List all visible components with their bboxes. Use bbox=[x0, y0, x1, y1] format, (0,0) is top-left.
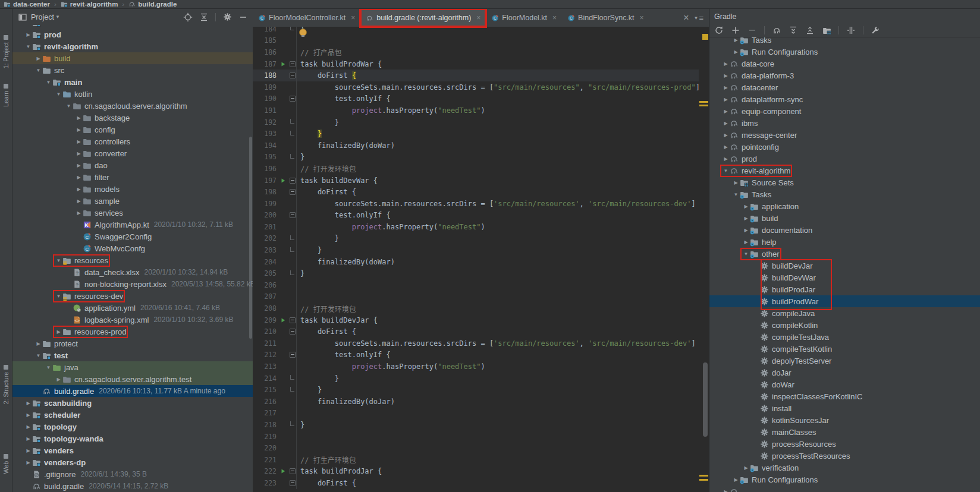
fold-marker[interactable] bbox=[290, 72, 296, 78]
tree-row[interactable]: ▶scheduler bbox=[12, 409, 253, 421]
fold-marker[interactable] bbox=[290, 329, 296, 335]
chevron-right-icon[interactable]: ▶ bbox=[55, 329, 62, 335]
code-line[interactable]: 193 } bbox=[253, 128, 699, 140]
wrench-icon[interactable] bbox=[871, 26, 880, 35]
tree-row[interactable]: buildDevJar bbox=[709, 260, 980, 272]
chevron-right-icon[interactable]: ▶ bbox=[732, 37, 740, 43]
close-icon[interactable]: × bbox=[683, 12, 689, 23]
tree-row[interactable]: ▶scanbuilding bbox=[12, 397, 253, 409]
tree-row[interactable]: ▶build bbox=[709, 212, 980, 224]
close-icon[interactable]: × bbox=[476, 14, 480, 22]
chevron-right-icon[interactable]: ▶ bbox=[75, 151, 83, 156]
tree-row[interactable]: ▼resources-dev bbox=[12, 290, 253, 302]
fold-marker[interactable] bbox=[290, 178, 296, 184]
tree-row[interactable]: build.gradle2020/5/14 14:15, 2.72 kB bbox=[12, 480, 253, 492]
chevron-right-icon[interactable]: ▶ bbox=[742, 216, 750, 221]
intention-bulb-icon[interactable] bbox=[299, 29, 307, 36]
stripe-warning-dash[interactable] bbox=[699, 475, 708, 477]
chevron-right-icon[interactable]: ▶ bbox=[24, 436, 32, 441]
editor-scrollbar-thumb[interactable] bbox=[703, 362, 708, 437]
tree-row[interactable]: install bbox=[709, 402, 980, 414]
tree-row[interactable]: ▶build bbox=[12, 52, 253, 64]
tree-row[interactable]: ▶data-core bbox=[709, 58, 980, 70]
chevron-right-icon[interactable]: ▶ bbox=[75, 175, 83, 180]
code-line[interactable]: 199 sourceSets.main.resources.srcDirs = … bbox=[253, 198, 699, 210]
code-line[interactable]: 197task buildDevWar { bbox=[253, 175, 699, 187]
tree-row[interactable]: processResources bbox=[709, 438, 980, 450]
code-line[interactable]: 214 } bbox=[253, 373, 699, 384]
run-task-icon[interactable] bbox=[280, 178, 286, 184]
fold-marker[interactable] bbox=[290, 61, 296, 67]
tree-row[interactable]: buildProdJar bbox=[709, 283, 980, 295]
chevron-right-icon[interactable]: ▶ bbox=[24, 460, 32, 465]
fold-marker[interactable] bbox=[290, 468, 296, 474]
chevron-right-icon[interactable]: ▶ bbox=[742, 239, 750, 245]
code-line[interactable]: 200 test.onlyIf { bbox=[253, 210, 699, 222]
tree-row[interactable]: ▶cn.sagacloud.server.algorithm.test bbox=[12, 373, 253, 385]
chevron-down-icon[interactable]: ▼ bbox=[722, 168, 730, 174]
tree-row[interactable]: ▶Run Configurations bbox=[709, 474, 980, 485]
code-line[interactable]: 190 test.onlyIf { bbox=[253, 93, 699, 105]
tree-row[interactable]: ▶topology-wanda bbox=[12, 433, 253, 444]
code-line[interactable]: 207 bbox=[253, 291, 699, 303]
code-line[interactable]: 188 doFirst { bbox=[253, 70, 699, 81]
chevron-right-icon[interactable]: ▶ bbox=[24, 412, 32, 418]
tree-row[interactable]: ▶Run Configurations bbox=[709, 46, 980, 58]
chevron-right-icon[interactable]: ▶ bbox=[75, 115, 83, 121]
tree-row[interactable]: ▶ibms bbox=[709, 117, 980, 129]
settings-icon[interactable] bbox=[222, 12, 232, 22]
tree-row[interactable]: compileKotlin bbox=[709, 319, 980, 331]
run-task-icon[interactable] bbox=[280, 61, 286, 67]
breadcrumb-item[interactable]: revit-algorithm bbox=[61, 1, 118, 8]
tree-row[interactable]: ▶application bbox=[709, 200, 980, 212]
chevron-right-icon[interactable]: ▶ bbox=[732, 49, 740, 55]
code-line[interactable]: 185 bbox=[253, 35, 699, 47]
tree-row[interactable]: ▶dataplatform-sync bbox=[709, 93, 980, 105]
tree-row[interactable]: ?non-blocking-report.xlsx2020/5/13 14:58… bbox=[12, 278, 253, 290]
code-line[interactable]: 218} bbox=[253, 419, 699, 431]
code-line[interactable]: 191 project.hasProperty("needTest") bbox=[253, 105, 699, 116]
fold-marker[interactable] bbox=[290, 96, 296, 102]
tree-row[interactable]: ▼resources bbox=[12, 254, 253, 266]
close-icon[interactable]: × bbox=[640, 14, 644, 22]
stripe-warning-dash[interactable] bbox=[699, 479, 708, 481]
fold-end-marker[interactable] bbox=[290, 235, 294, 240]
tree-row[interactable]: ?data_check.xlsx2020/1/10 10:32, 14.94 k… bbox=[12, 266, 253, 278]
tree-row[interactable]: ▶filter bbox=[12, 171, 253, 183]
chevron-down-icon[interactable]: ▼ bbox=[45, 80, 52, 85]
chevron-right-icon[interactable]: ▶ bbox=[24, 32, 32, 37]
breadcrumb-item[interactable]: build.gradle bbox=[128, 1, 177, 8]
close-icon[interactable]: × bbox=[351, 14, 355, 22]
tree-row[interactable]: CWebMvcConfg bbox=[12, 242, 253, 254]
code-line[interactable]: 222task buildProdJar { bbox=[253, 466, 699, 478]
code-line[interactable]: 186// 打产品包 bbox=[253, 46, 699, 58]
chevron-right-icon[interactable]: ▶ bbox=[75, 127, 83, 133]
chevron-right-icon[interactable]: ▶ bbox=[722, 489, 730, 492]
tree-row[interactable]: ▶documentation bbox=[709, 224, 980, 236]
tree-row[interactable]: ▶models bbox=[12, 183, 253, 195]
tree-row[interactable]: <>logback-spring.xml2020/1/10 10:32, 3.6… bbox=[12, 314, 253, 326]
tree-row[interactable]: ▶verification bbox=[709, 462, 980, 474]
code-line[interactable]: 184} bbox=[253, 27, 699, 35]
tree-row[interactable]: ▼java bbox=[12, 361, 253, 373]
tree-row[interactable]: ▶services bbox=[12, 207, 253, 219]
chevron-right-icon[interactable]: ▶ bbox=[722, 144, 730, 150]
tree-row[interactable]: mainClasses bbox=[709, 426, 980, 438]
tree-row[interactable]: compileTestJava bbox=[709, 331, 980, 343]
collapse2-icon[interactable] bbox=[805, 26, 815, 35]
tree-row[interactable]: ▶venders bbox=[12, 444, 253, 456]
chevron-down-icon[interactable]: ▼ bbox=[24, 44, 32, 49]
tree-row[interactable]: ▼src bbox=[12, 64, 253, 76]
toolwindow-button-web[interactable]: Web bbox=[0, 452, 12, 474]
tree-row[interactable]: compileTestKotlin bbox=[709, 343, 980, 355]
tree-row[interactable]: ▼cn.sagacloud.server.algorithm bbox=[12, 100, 253, 112]
tree-row[interactable]: ▶data-platform-3 bbox=[709, 70, 980, 81]
tree-row[interactable]: CSwagger2Config bbox=[12, 231, 253, 242]
expand-icon[interactable] bbox=[789, 26, 798, 35]
tree-row[interactable]: ▶protect bbox=[12, 338, 253, 349]
gradle-icon[interactable] bbox=[772, 26, 781, 35]
editor-tab[interactable]: build.gradle (:revit-algorithm)× bbox=[360, 9, 486, 27]
chevron-down-icon[interactable]: ▼ bbox=[742, 251, 750, 257]
tree-row[interactable]: ▶Source Sets bbox=[709, 176, 980, 188]
refresh-icon[interactable] bbox=[714, 26, 724, 35]
